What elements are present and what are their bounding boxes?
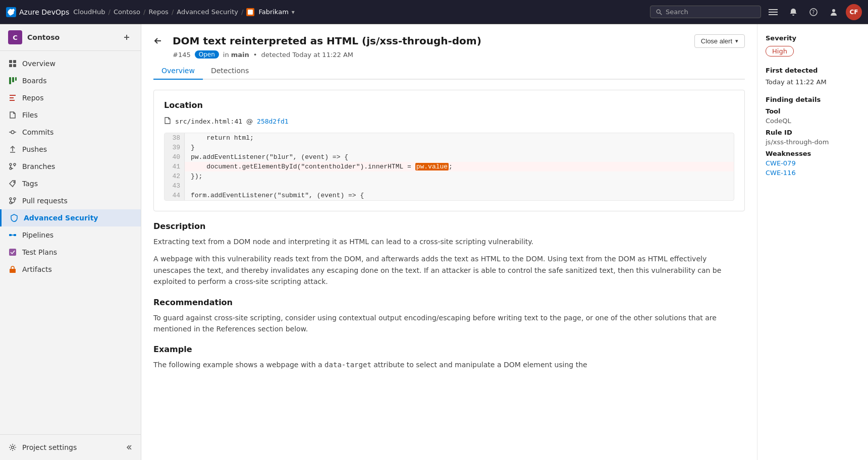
code-line-41: 41 document.getElementById("contentholde… [165,162,734,171]
sidebar-item-overview[interactable]: Overview [0,55,141,72]
artifacts-icon [8,265,17,274]
azure-devops-logo[interactable]: Azure DevOps [6,7,69,17]
add-org-button[interactable] [121,31,133,43]
alert-number: #145 [173,51,191,59]
code-line-38: 38 return html; [165,133,734,143]
sidebar-item-commits[interactable]: Commits [0,124,141,141]
svg-rect-13 [9,77,11,84]
location-title: Location [164,100,734,110]
help-icon[interactable]: ? [805,4,822,20]
weakness-cwe-116[interactable]: CWE-116 [766,169,860,177]
svg-text:?: ? [812,10,815,15]
alert-title: DOM text reinterpreted as HTML (js/xss-t… [173,34,694,47]
finding-details-label: Finding details [766,96,860,103]
search-box[interactable]: Search [650,6,761,18]
sidebar-label-pushes: Pushes [22,145,47,153]
code-line-39: 39 } [165,143,734,152]
svg-rect-28 [9,234,12,236]
sidebar-nav: Overview Boards Repos File [0,51,141,282]
close-alert-button[interactable]: Close alert ▾ [694,34,745,48]
recommendation-title: Recommendation [153,298,745,307]
svg-point-33 [12,446,14,449]
description-section: Description Extracting text from a DOM n… [153,221,745,288]
pushes-icon [8,145,17,154]
weakness-cwe-079[interactable]: CWE-079 [766,159,860,167]
file-location: src/index.html:41 @ 258d2fd1 [164,117,734,126]
sidebar-item-files[interactable]: Files [0,106,141,124]
alert-detected: detected Today at 11:22 AM [261,51,353,59]
bc-advanced-security[interactable]: Advanced Security [177,8,238,16]
commit-hash[interactable]: 258d2fd1 [257,118,289,125]
sidebar-label-commits: Commits [22,128,53,136]
svg-line-2 [660,13,662,15]
bc-fabrikam[interactable]: Fabrikam [258,8,288,16]
first-detected-value: Today at 11:22 AM [766,78,860,86]
sidebar-item-project-settings[interactable]: Project settings [0,439,141,456]
files-icon [8,110,17,120]
tab-detections[interactable]: Detections [203,63,257,80]
alert-title-group: DOM text reinterpreted as HTML (js/xss-t… [173,34,694,59]
close-alert-label: Close alert [701,37,732,45]
back-button[interactable] [153,36,162,45]
sidebar-item-boards[interactable]: Boards [0,72,141,89]
alert-tabs: Overview Detections [153,63,745,80]
collapse-icon[interactable] [124,443,133,452]
sidebar-label-advanced-security: Advanced Security [24,214,98,222]
file-icon [164,117,171,126]
sidebar-item-pushes[interactable]: Pushes [0,141,141,158]
sidebar-item-test-plans[interactable]: Test Plans [0,244,141,261]
svg-rect-5 [769,14,778,15]
svg-rect-10 [13,60,16,63]
bc-contoso[interactable]: Contoso [114,8,140,16]
chevron-down-icon[interactable]: ▾ [292,9,295,16]
sidebar-item-artifacts[interactable]: Artifacts [0,261,141,278]
sidebar-item-pull-requests[interactable]: Pull requests [0,192,141,209]
sidebar-item-pipelines[interactable]: Pipelines [0,226,141,244]
org-icon: C [8,30,22,44]
tags-icon [8,179,17,188]
logo-icon [6,7,16,17]
code-line-44: 44 form.addEventListener("submit", (even… [165,191,734,200]
svg-point-8 [832,9,835,12]
bc-cloudhub[interactable]: CloudHub [73,8,105,16]
brand-name: Azure DevOps [19,8,69,16]
rule-id-value: js/xss-through-dom [766,138,860,146]
svg-rect-3 [769,9,778,10]
severity-section: Severity High [766,34,860,56]
org-header: C Contoso [0,24,141,51]
severity-badge: High [766,46,794,56]
project-settings-icon [8,443,17,452]
code-block: 38 return html; 39 } 40 pw.addEventListe… [164,133,734,201]
location-section: Location src/index.html:41 @ 258d2fd1 38… [153,90,745,211]
sidebar-label-test-plans: Test Plans [22,248,57,256]
chevron-down-icon: ▾ [735,38,738,44]
pipelines-icon [8,231,17,240]
example-title: Example [153,344,745,354]
sidebar-label-repos: Repos [22,94,43,102]
menu-icon[interactable] [765,4,781,20]
svg-rect-29 [14,234,16,236]
rule-id-label: Rule ID [766,129,860,136]
user-settings-icon[interactable] [826,4,842,20]
alert-meta: #145 Open in main • detected Today at 11… [173,50,694,59]
avatar[interactable]: CF [846,4,862,20]
svg-rect-12 [13,64,16,67]
org-name: Contoso [27,33,60,41]
code-line-43: 43 [165,181,734,191]
tool-value: CodeQL [766,117,860,125]
sidebar-label-overview: Overview [22,60,56,68]
sidebar-item-tags[interactable]: Tags [0,175,141,192]
sidebar-item-branches[interactable]: Branches [0,158,141,175]
topnav: Azure DevOps CloudHub / Contoso / Repos … [0,0,868,24]
sidebar-label-tags: Tags [22,180,38,188]
recommendation-section: Recommendation To guard against cross-si… [153,298,745,335]
breadcrumb: CloudHub / Contoso / Repos / Advanced Se… [73,8,295,16]
sidebar-item-repos[interactable]: Repos [0,89,141,106]
highlight-token: pw.value [415,163,449,170]
description-title: Description [153,221,745,231]
bc-repos[interactable]: Repos [148,8,168,16]
sidebar-item-advanced-security[interactable]: Advanced Security [0,209,141,226]
fabrikam-icon [246,8,254,16]
tab-overview[interactable]: Overview [153,63,203,80]
notifications-icon[interactable] [785,4,801,20]
